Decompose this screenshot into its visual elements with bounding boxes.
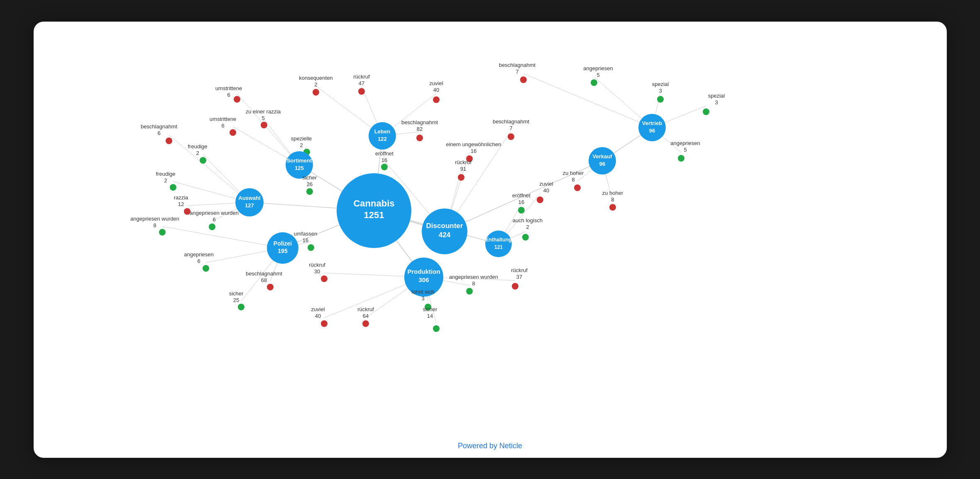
label-zuviel-40-bot: zuviel (311, 306, 325, 312)
satellite-dot (362, 320, 369, 327)
label-sicher-25-val: 25 (233, 297, 239, 303)
label-ruckruf-37-val: 37 (516, 274, 522, 280)
node-vertrieb-label: Vertrieb (642, 120, 662, 126)
satellite-dot (381, 164, 388, 170)
node-leben-label: Leben (374, 128, 390, 135)
label-razzia-12: razzia (174, 194, 188, 201)
satellite-dot (313, 89, 319, 96)
label-eroeffnet-16-top: eröffnet (375, 150, 393, 157)
node-discounter-label: Discounter (426, 222, 463, 230)
label-freudige-2-top-val: 2 (196, 150, 199, 156)
label-ruckruf-64: rückruf (357, 306, 374, 312)
label-einem-ungewoehnlichen-val: 16 (470, 148, 476, 154)
satellite-dot (512, 283, 518, 290)
svg-line-23 (162, 226, 283, 248)
satellite-dot (308, 244, 314, 251)
label-angepriesen-5-right-val: 5 (684, 147, 687, 153)
node-produktion-label: Produktion (407, 268, 440, 275)
label-zuviel-40-top-val: 40 (433, 87, 439, 93)
label-freudige-2-mid: freudige (156, 171, 175, 177)
node-cannabis-label: Cannabis (353, 198, 394, 209)
node-produktion-value: 306 (418, 276, 429, 283)
satellite-dot (574, 184, 581, 191)
label-umstrittene-1: umstrittene (215, 85, 242, 91)
label-umstrittene-2: umstrittene (209, 116, 236, 122)
label-zu-hoher-8-bot: zu hoher (602, 190, 623, 196)
label-umstrittene-1-val: 6 (227, 92, 230, 98)
label-zu-einer-razzia: zu einer razzia (245, 108, 281, 115)
satellite-dot (170, 184, 176, 191)
satellite-dot (591, 79, 597, 86)
satellite-dot (518, 207, 525, 214)
label-konsequenten: konsequenten (299, 75, 333, 81)
satellite-dot (458, 174, 464, 181)
label-angepriesen-wurden-8-val: 8 (153, 222, 156, 228)
label-zuviel-40-bot-val: 40 (315, 313, 320, 319)
satellite-dot (159, 229, 166, 236)
label-freudige-2-top: freudige (188, 143, 207, 150)
satellite-dot (261, 122, 267, 128)
label-ruckruf-64-val: 64 (362, 313, 368, 319)
node-enthaltung[interactable] (485, 231, 512, 257)
label-beschlagnahmt-7-top-val: 7 (516, 69, 518, 75)
label-ruckruf-91-val: 91 (460, 166, 466, 172)
node-verkauf-value: 96 (599, 161, 605, 167)
satellite-dot (520, 76, 527, 83)
node-enthaltung-value: 121 (494, 244, 502, 250)
label-beschlagnahmt-7-mid-val: 7 (509, 125, 512, 131)
node-vertrieb-value: 96 (649, 128, 655, 134)
satellite-dot (209, 224, 215, 230)
node-polizei-label: Polizei (273, 240, 291, 247)
label-lohnt-sich-3-val: 3 (421, 295, 424, 302)
label-angepriesen-6-val: 6 (197, 258, 200, 264)
label-angepriesen-wurden-6: angepriesen wurden (190, 210, 239, 216)
label-angepriesen-wurden-6-val: 6 (213, 216, 215, 223)
satellite-dot (609, 204, 616, 211)
network-graph: Cannabis 1251 Discounter 424 Produktion … (34, 22, 947, 458)
label-sicher-26: sicher (302, 174, 317, 181)
node-sortiment-value: 125 (295, 165, 304, 171)
svg-line-40 (523, 74, 652, 128)
label-einem-ungewoehnlichen: einem ungewöhnlichen (446, 141, 501, 147)
powered-by-label: Powered by Neticle (458, 442, 522, 450)
label-zuviel-40-mid-val: 40 (543, 187, 549, 194)
satellite-dot (537, 197, 543, 203)
label-angepriesen-6: angepriesen (184, 251, 214, 258)
label-spezial-3-tr-val: 3 (715, 99, 718, 106)
label-sicher-14-val: 14 (427, 313, 433, 319)
label-beschlagnahmt-68-val: 68 (261, 277, 266, 283)
label-angepriesen-5-top-val: 5 (596, 72, 599, 78)
label-spezial-3-top: spezial (652, 81, 669, 87)
satellite-dot (238, 304, 244, 310)
label-spezielle-2: spezielle (291, 135, 312, 142)
satellite-dot (230, 129, 236, 136)
satellite-dot (166, 138, 172, 144)
label-angepriesen-wurden-8b: angepriesen wurden (449, 274, 498, 280)
label-ruckruf-30: rückruf (309, 262, 325, 268)
satellite-dot (234, 96, 240, 103)
satellite-dot (203, 265, 209, 272)
label-sicher-25: sicher (229, 290, 243, 297)
label-ruckruf-91: rückruf (455, 159, 472, 165)
label-zu-hoher-8-top: zu hoher (562, 170, 584, 176)
node-verkauf-label: Verkauf (592, 153, 612, 160)
label-spezial-3-top-val: 3 (659, 88, 662, 94)
label-freudige-2-mid-val: 2 (164, 177, 167, 184)
label-konsequenten-val: 2 (314, 81, 317, 88)
satellite-dot (508, 133, 514, 140)
label-angepriesen-wurden-8b-val: 8 (472, 280, 475, 287)
svg-line-18 (169, 135, 249, 202)
label-umfassen-16-val: 16 (302, 237, 308, 243)
label-eroeffnet-16-top-val: 16 (381, 157, 387, 163)
label-zuviel-40-top: zuviel (429, 80, 443, 86)
label-angepriesen-5-top: angepriesen (583, 65, 613, 71)
label-zu-hoher-8-bot-val: 8 (611, 197, 614, 203)
label-beschlagnahmt-7-top: beschlagnahmt (499, 62, 535, 68)
satellite-dot (433, 96, 440, 103)
graph-container: Cannabis 1251 Discounter 424 Produktion … (34, 22, 947, 458)
label-zu-hoher-8-top-val: 8 (572, 177, 574, 183)
satellite-dot (678, 155, 684, 162)
label-razzia-12-val: 12 (178, 201, 183, 207)
label-ruckruf-30-val: 30 (314, 268, 320, 275)
label-beschlagnahmt-68: beschlagnahmt (245, 270, 282, 277)
